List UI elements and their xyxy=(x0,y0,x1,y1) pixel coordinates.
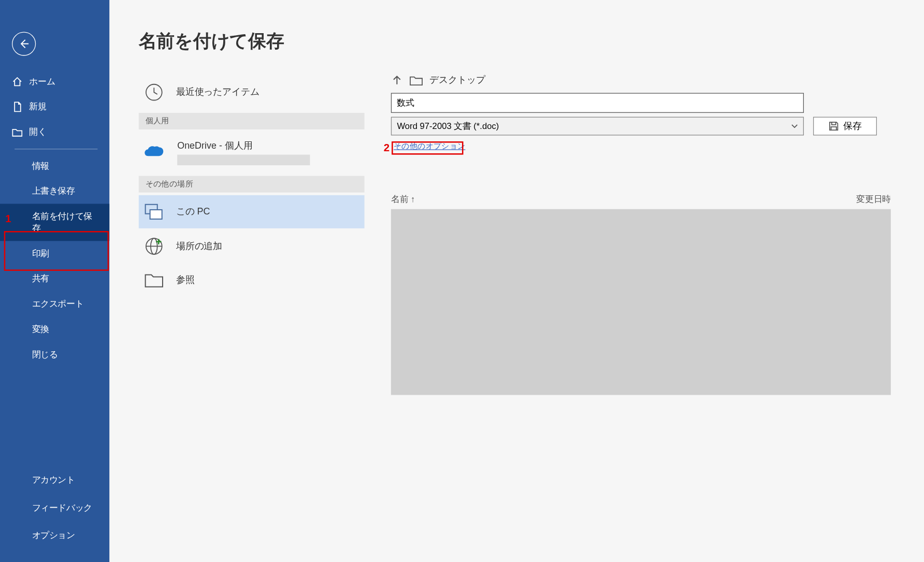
sidebar-item-new[interactable]: 新規 xyxy=(0,94,109,120)
sidebar-label-export: エクスポート xyxy=(32,298,84,310)
filename-input[interactable] xyxy=(391,93,804,112)
save-icon xyxy=(828,121,839,132)
sidebar-item-open[interactable]: 開く xyxy=(0,120,109,145)
locations-section-personal: 個人用 xyxy=(139,113,365,129)
callout-number-1: 1 xyxy=(5,213,11,225)
chevron-down-icon xyxy=(791,123,798,129)
sidebar-separator xyxy=(15,149,97,149)
sidebar-label-feedback: フィードバック xyxy=(32,502,93,512)
sidebar-label-share: 共有 xyxy=(32,273,49,285)
main-panel: 名前を付けて保存 最近使ったアイテム 個人用 OneDrive - 個人用 その… xyxy=(109,0,924,562)
location-recent[interactable]: 最近使ったアイテム xyxy=(139,75,365,110)
column-header-name[interactable]: 名前 ↑ xyxy=(391,193,856,205)
home-icon xyxy=(12,76,23,87)
sidebar-item-transform[interactable]: 変換 xyxy=(0,316,109,342)
location-browse[interactable]: 参照 xyxy=(139,264,365,296)
sidebar-item-account[interactable]: アカウント xyxy=(0,466,109,494)
save-button-label: 保存 xyxy=(843,120,862,132)
open-folder-icon xyxy=(12,127,23,138)
column-header-date[interactable]: 変更日時 xyxy=(856,193,891,205)
sidebar-label-options: オプション xyxy=(32,530,75,540)
sidebar-label-save-as: 名前を付けて保存 xyxy=(32,210,98,234)
file-list-empty xyxy=(391,209,891,395)
folder-path-icon xyxy=(410,75,423,86)
save-button[interactable]: 保存 xyxy=(813,117,877,136)
sidebar-label-transform: 変換 xyxy=(32,323,49,335)
onedrive-icon xyxy=(144,146,165,160)
sidebar-label-info: 情報 xyxy=(32,160,49,172)
sidebar-item-feedback[interactable]: フィードバック xyxy=(0,494,109,522)
filetype-select[interactable]: Word 97-2003 文書 (*.doc) xyxy=(391,117,804,136)
locations-section-other: その他の場所 xyxy=(139,176,365,193)
this-pc-icon xyxy=(144,203,164,220)
more-options-link[interactable]: その他のオプション xyxy=(391,139,468,153)
back-button[interactable] xyxy=(12,32,36,56)
sidebar-item-print[interactable]: 印刷 xyxy=(0,241,109,266)
add-place-icon xyxy=(144,236,164,256)
location-add-place-label: 場所の追加 xyxy=(176,240,223,252)
location-add-place[interactable]: 場所の追加 xyxy=(139,228,365,264)
browse-folder-icon xyxy=(144,272,164,288)
sidebar-item-options[interactable]: オプション xyxy=(0,522,109,550)
sidebar-item-home[interactable]: ホーム xyxy=(0,69,109,94)
page-heading: 名前を付けて保存 xyxy=(139,29,284,53)
sidebar-label-save: 上書き保存 xyxy=(32,185,75,197)
location-onedrive-label: OneDrive - 個人用 xyxy=(177,140,310,165)
location-onedrive-text: OneDrive - 個人用 xyxy=(177,140,253,151)
location-onedrive-account xyxy=(177,155,310,166)
sidebar-label-new: 新規 xyxy=(29,101,46,113)
clock-icon xyxy=(144,82,164,102)
sidebar-label-print: 印刷 xyxy=(32,248,49,260)
callout-number-2: 2 xyxy=(384,142,389,154)
sidebar-label-open: 開く xyxy=(29,126,46,138)
sidebar-item-save[interactable]: 上書き保存 xyxy=(0,179,109,204)
location-browse-label: 参照 xyxy=(176,274,195,286)
backstage-sidebar: ホーム 新規 開く 情報 上書き保存 名前を付けて保存 印刷 共有 エクスポート… xyxy=(0,0,109,562)
up-arrow-icon[interactable] xyxy=(391,75,403,87)
sidebar-label-home: ホーム xyxy=(29,76,55,88)
location-onedrive[interactable]: OneDrive - 個人用 xyxy=(139,132,365,173)
sidebar-label-close: 閉じる xyxy=(32,349,58,361)
filetype-value: Word 97-2003 文書 (*.doc) xyxy=(397,120,499,132)
locations-column: 最近使ったアイテム 個人用 OneDrive - 個人用 その他の場所 この P… xyxy=(139,75,365,296)
sidebar-item-export[interactable]: エクスポート xyxy=(0,292,109,317)
location-this-pc[interactable]: この PC xyxy=(139,195,365,228)
sidebar-item-info[interactable]: 情報 xyxy=(0,153,109,179)
location-this-pc-label: この PC xyxy=(176,206,210,218)
sidebar-item-save-as[interactable]: 名前を付けて保存 xyxy=(0,204,109,241)
sidebar-item-close[interactable]: 閉じる xyxy=(0,342,109,367)
save-pane: デスクトップ Word 97-2003 文書 (*.doc) その他のオプション… xyxy=(391,75,891,395)
new-doc-icon xyxy=(12,102,23,112)
sidebar-item-share[interactable]: 共有 xyxy=(0,266,109,292)
location-recent-label: 最近使ったアイテム xyxy=(176,87,259,98)
svg-rect-23 xyxy=(150,210,162,219)
sidebar-label-account: アカウント xyxy=(32,474,75,484)
current-path[interactable]: デスクトップ xyxy=(429,75,485,87)
